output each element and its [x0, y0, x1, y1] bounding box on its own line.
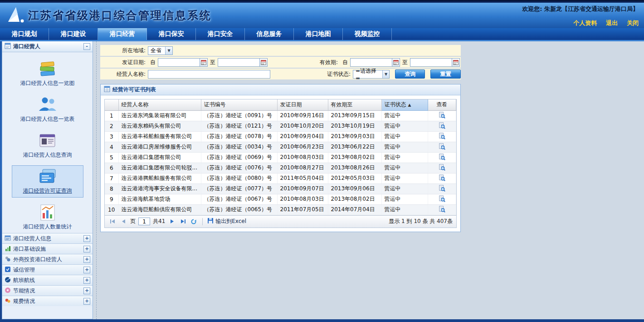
- calendar-icon[interactable]: [452, 58, 460, 67]
- view-cell[interactable]: [428, 183, 456, 194]
- view-cell[interactable]: [428, 204, 456, 215]
- view-cell[interactable]: [428, 194, 456, 204]
- refresh-icon[interactable]: [190, 218, 198, 226]
- sidebar-panel-integrity[interactable]: 诚信管理 +: [2, 264, 93, 275]
- app-logo-icon: [5, 5, 26, 26]
- last-page-button[interactable]: [179, 218, 187, 226]
- issue-date-header[interactable]: 发证日期: [277, 99, 328, 110]
- nav-tab-video-monitoring[interactable]: 视频监控: [343, 28, 392, 40]
- sidebar-item-operator-quantity-stats[interactable]: 港口经营人数量统计: [12, 201, 83, 233]
- view-detail-icon[interactable]: [439, 208, 445, 214]
- expand-panel-button[interactable]: +: [83, 277, 90, 284]
- validity-to-input[interactable]: [410, 58, 452, 67]
- sidebar-panel-fees[interactable]: 规费情况 +: [2, 296, 93, 306]
- view-detail-icon[interactable]: [439, 124, 445, 130]
- issue-from-label: 自: [148, 59, 158, 66]
- view-cell[interactable]: [428, 121, 456, 131]
- expand-panel-button[interactable]: +: [83, 287, 90, 294]
- table-row[interactable]: 1 连云港东鸿集装箱有限公司 （苏连）港经证（0091）号 2010年09月16…: [105, 110, 456, 121]
- nav-tab-port-map[interactable]: 港口地图: [294, 28, 343, 40]
- view-detail-icon[interactable]: [439, 187, 445, 193]
- table-row[interactable]: 3 连云港丰裕船舶服务有限公司 （苏连）港经证（0078）号 2010年09月0…: [105, 131, 456, 142]
- expand-panel-button[interactable]: +: [83, 246, 90, 253]
- issue-date-to-input[interactable]: [218, 58, 259, 67]
- sidebar-item-label: 港口经营人信息一览图: [20, 80, 75, 86]
- valid-until-header[interactable]: 有效期至: [328, 99, 381, 110]
- export-excel-button[interactable]: 输出到Excel: [207, 218, 246, 225]
- operator-name-input[interactable]: [148, 70, 270, 79]
- nav-tab-port-operation[interactable]: 港口经营: [98, 28, 147, 40]
- operator-name-header[interactable]: 经营人名称: [118, 99, 201, 110]
- validity-from-input[interactable]: [350, 58, 392, 67]
- table-row[interactable]: 9 连云港海航基地货场 （苏连）港经证（0067）号 2010年08月03日 2…: [105, 194, 456, 204]
- nav-tab-port-construction[interactable]: 港口建设: [49, 28, 98, 40]
- view-detail-icon[interactable]: [439, 166, 445, 172]
- prev-page-button[interactable]: [119, 218, 127, 226]
- nav-tab-port-security[interactable]: 港口保安: [147, 28, 196, 40]
- sidebar-panel-header-operator[interactable]: 港口经营人 -: [2, 41, 93, 52]
- view-cell[interactable]: [428, 152, 456, 163]
- view-detail-icon[interactable]: [439, 134, 445, 141]
- view-detail-icon[interactable]: [439, 145, 445, 151]
- sidebar-item-operator-overview-chart[interactable]: 港口经营人信息一览图: [12, 58, 83, 90]
- sidebar-item-operator-overview-table[interactable]: 港口经营人信息一览表: [12, 94, 83, 126]
- sidebar-item-license-query[interactable]: 港口经营许可证查询: [12, 165, 83, 198]
- view-cell[interactable]: [428, 163, 456, 173]
- view-cell[interactable]: [428, 110, 456, 121]
- cert-number-header[interactable]: 证书编号: [201, 99, 277, 110]
- cert-status-select[interactable]: =请选择= ▼: [353, 70, 390, 79]
- nav-tab-information-service[interactable]: 信息服务: [245, 28, 294, 40]
- view-detail-icon[interactable]: [439, 155, 445, 162]
- first-page-button[interactable]: [108, 218, 117, 226]
- expand-panel-button[interactable]: +: [83, 298, 90, 305]
- table-row[interactable]: 5 连云港港口集团有限公司 （苏连）港经证（0069）号 2010年08月03日…: [105, 152, 456, 163]
- expand-panel-button[interactable]: +: [83, 235, 90, 242]
- view-detail-icon[interactable]: [439, 176, 445, 183]
- view-detail-icon[interactable]: [439, 197, 445, 203]
- license-icon: [37, 168, 58, 186]
- table-row[interactable]: 8 连云港港湾海事安全设备有限... （苏连）港经证（0077）号 2010年0…: [105, 183, 456, 194]
- chart-icon: [37, 203, 58, 222]
- view-cell[interactable]: [428, 131, 456, 142]
- sidebar-panel-flight-routes[interactable]: 航班航线 +: [2, 275, 93, 285]
- logout-link[interactable]: 退出: [606, 20, 618, 26]
- nav-tab-port-planning[interactable]: 港口规划: [0, 28, 49, 40]
- expand-panel-button[interactable]: +: [83, 256, 90, 263]
- table-row[interactable]: 6 连云港港口集团有限公司轮驳... （苏连）港经证（0076）号 2010年0…: [105, 163, 456, 173]
- sidebar-panel-operator-info[interactable]: 港口经营人信息 +: [2, 233, 93, 243]
- view-cell[interactable]: [428, 142, 456, 152]
- collapsed-panel-label: 港口经营人信息: [13, 235, 51, 243]
- collapse-panel-button[interactable]: -: [83, 43, 90, 50]
- table-row[interactable]: 10 连云港海巨船舶供应有限公司 （苏连）港经证（0065）号 2011年07月…: [105, 204, 456, 215]
- valid-until-cell: 2013年08月02日: [328, 152, 381, 163]
- view-detail-icon[interactable]: [439, 114, 445, 120]
- row-number: 1: [105, 110, 118, 121]
- issue-date-cell: 2010年09月07日: [277, 183, 328, 194]
- operator-name-cell: 连云港丰裕船舶服务有限公司: [118, 131, 201, 142]
- page-number-input[interactable]: [138, 218, 150, 225]
- cert-status-header[interactable]: 证书状态▲: [381, 99, 428, 110]
- table-row[interactable]: 4 连云港港口房屋维修服务公司 （苏连）港经证（0034）号 2010年06月2…: [105, 142, 456, 152]
- sidebar-panel-infrastructure[interactable]: 港口基础设施 +: [2, 243, 93, 254]
- issue-date-from-input[interactable]: [158, 58, 200, 67]
- sidebar-panel-foreign-investment[interactable]: 外商投资港口经营人 +: [2, 254, 93, 264]
- sidebar-panel-energy-saving[interactable]: 节能情况 +: [2, 285, 93, 296]
- region-select[interactable]: 全省 ▼: [148, 46, 173, 55]
- close-link[interactable]: 关闭: [627, 20, 639, 26]
- table-row[interactable]: 7 连云港港腾船舶服务有限公司 （苏连）港经证（0080）号 2011年05月0…: [105, 173, 456, 183]
- issue-date-cell: 2011年05月04日: [277, 173, 328, 183]
- expand-panel-button[interactable]: +: [83, 267, 90, 273]
- reset-button[interactable]: 重置: [430, 69, 461, 79]
- nav-tab-port-safety[interactable]: 港口安全: [196, 28, 245, 40]
- issue-date-cell: 2010年06月23日: [277, 142, 328, 152]
- table-row[interactable]: 2 连云港东粮码头有限公司 （苏连）港经证（0121）号 2010年10月20日…: [105, 121, 456, 131]
- search-button[interactable]: 查询: [395, 69, 425, 79]
- sidebar-item-operator-info-query[interactable]: 港口经营人信息查询: [12, 129, 83, 162]
- profile-link[interactable]: 个人资料: [573, 20, 597, 26]
- next-page-button[interactable]: [168, 218, 176, 226]
- view-cell[interactable]: [428, 173, 456, 183]
- calendar-icon[interactable]: [259, 58, 268, 67]
- calendar-icon[interactable]: [392, 58, 400, 67]
- calendar-icon[interactable]: [200, 58, 208, 67]
- infrastructure-icon: [5, 245, 11, 253]
